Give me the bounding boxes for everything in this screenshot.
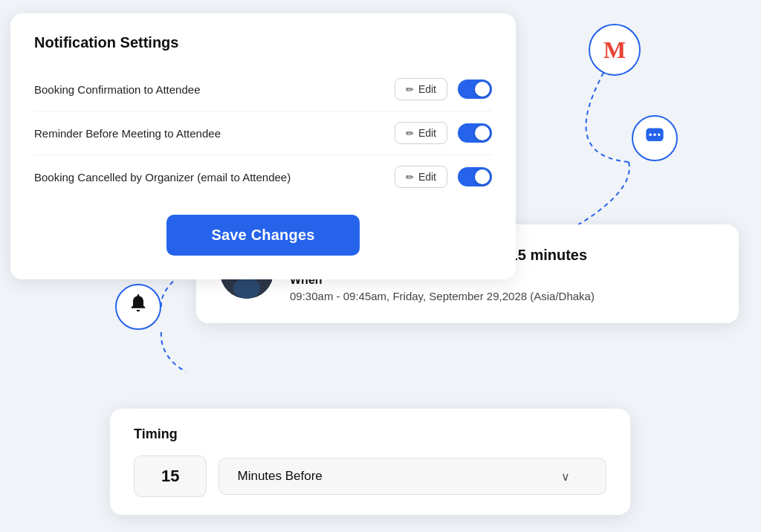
notification-settings-card: Notification Settings Booking Confirmati… <box>10 13 516 279</box>
chat-bubble <box>632 115 678 161</box>
edit-button-booking-cancelled[interactable]: ✏ Edit <box>395 166 447 188</box>
svg-point-3 <box>658 134 661 137</box>
edit-icon-reminder: ✏ <box>406 128 414 139</box>
timing-title: Timing <box>134 426 606 442</box>
svg-point-1 <box>649 134 652 137</box>
edit-icon-booking-confirmation: ✏ <box>406 84 414 95</box>
timing-card: Timing 15 Minutes Before ∨ <box>110 409 630 515</box>
timing-number: 15 <box>134 455 207 497</box>
toggle-booking-cancelled[interactable] <box>458 167 492 186</box>
gmail-bubble: M <box>589 24 641 76</box>
bell-bubble <box>115 284 161 330</box>
setting-row-booking-confirmation: Booking Confirmation to Attendee ✏ Edit <box>34 68 492 111</box>
chat-icon <box>644 126 665 151</box>
setting-controls-booking-cancelled: ✏ Edit <box>395 166 492 188</box>
svg-point-6 <box>233 278 260 299</box>
setting-row-booking-cancelled: Booking Cancelled by Organizer (email to… <box>34 155 492 198</box>
notification-settings-title: Notification Settings <box>34 34 492 51</box>
timing-unit-select[interactable]: Minutes Before ∨ <box>218 458 606 495</box>
edit-button-booking-confirmation[interactable]: ✏ Edit <box>395 78 447 100</box>
toggle-reminder-before-meeting[interactable] <box>458 123 492 143</box>
save-changes-button[interactable]: Save Changes <box>166 215 359 256</box>
edit-button-reminder-before-meeting[interactable]: ✏ Edit <box>395 122 447 144</box>
setting-controls-booking-confirmation: ✏ Edit <box>395 78 492 100</box>
svg-point-2 <box>653 134 656 137</box>
setting-label-booking-cancelled: Booking Cancelled by Organizer (email to… <box>34 171 291 184</box>
reminder-when-value: 09:30am - 09:45am, Friday, September 29,… <box>290 290 595 302</box>
setting-row-reminder-before-meeting: Reminder Before Meeting to Attendee ✏ Ed… <box>34 111 492 155</box>
chevron-down-icon: ∨ <box>561 470 570 484</box>
timing-row: 15 Minutes Before ∨ <box>134 455 606 497</box>
gmail-icon: M <box>603 36 626 64</box>
edit-icon-cancelled: ✏ <box>406 172 414 183</box>
setting-label-reminder-before-meeting: Reminder Before Meeting to Attendee <box>34 127 221 140</box>
toggle-booking-confirmation[interactable] <box>458 80 492 99</box>
timing-unit-label: Minutes Before <box>237 469 322 484</box>
bell-icon <box>128 294 149 320</box>
setting-label-booking-confirmation: Booking Confirmation to Attendee <box>34 83 200 96</box>
setting-controls-reminder-before-meeting: ✏ Edit <box>395 122 492 144</box>
